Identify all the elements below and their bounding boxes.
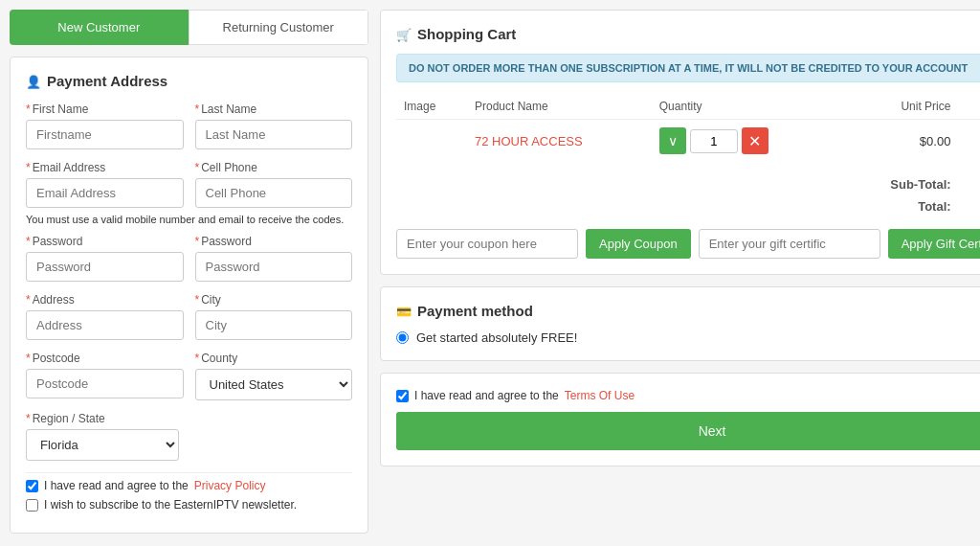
county-label: *County <box>195 352 353 365</box>
name-row: *First Name *Last Name <box>26 102 352 149</box>
email-label: *Email Address <box>26 161 184 174</box>
city-label: *City <box>195 293 353 307</box>
postcode-input[interactable] <box>26 369 184 398</box>
col-total: Total <box>958 94 980 120</box>
qty-control: ∨ ✕ <box>659 127 831 154</box>
col-product-name: Product Name <box>467 94 652 120</box>
password-row: *Password *Password <box>26 235 352 282</box>
cart-item-spacer <box>838 120 861 163</box>
coupon-row: Apply Coupon Apply Gift Certificate <box>396 229 980 259</box>
region-group: *Region / State Florida California New Y… <box>26 412 179 461</box>
region-select[interactable]: Florida California New York Texas <box>26 429 179 461</box>
apply-coupon-button[interactable]: Apply Coupon <box>586 229 691 259</box>
tab-new-customer[interactable]: New Customer <box>10 10 189 45</box>
total-row: Total: $0.00 <box>396 195 980 217</box>
tab-bar: New Customer Returning Customer <box>10 10 368 45</box>
cell-phone-input[interactable] <box>195 178 353 208</box>
first-name-label: *First Name <box>26 102 184 116</box>
free-option-row: Get started absolutely FREE! <box>396 330 980 345</box>
cart-item-total: $0.00 <box>958 120 980 163</box>
privacy-policy-link[interactable]: Privacy Policy <box>194 479 266 492</box>
col-unit-price: Unit Price <box>861 94 959 120</box>
next-button[interactable]: Next <box>396 412 980 450</box>
right-panel: Shopping Cart DO NOT ORDER MORE THAN ONE… <box>380 10 980 534</box>
county-select[interactable]: United States United Kingdom Canada <box>195 369 353 400</box>
address-group: *Address <box>26 293 184 340</box>
table-row: 72 HOUR ACCESS ∨ ✕ $0.00 $0.00 <box>396 120 980 163</box>
privacy-policy-row: I have read and agree to the Privacy Pol… <box>26 479 352 492</box>
newsletter-text: I wish to subscribe to the EasternIPTV n… <box>44 498 297 512</box>
password-group: *Password <box>26 235 184 282</box>
qty-decrease-button[interactable]: ∨ <box>659 127 686 154</box>
first-name-group: *First Name <box>26 102 184 149</box>
privacy-policy-checkbox[interactable] <box>26 480 38 492</box>
confirm-password-input[interactable] <box>195 252 353 282</box>
terms-link[interactable]: Terms Of Use <box>565 389 635 402</box>
qty-increase-button[interactable]: ✕ <box>742 127 768 154</box>
free-option-label: Get started absolutely FREE! <box>416 330 577 345</box>
region-label: *Region / State <box>26 412 179 425</box>
gift-input[interactable] <box>699 229 880 259</box>
payment-address-title: Payment Address <box>26 73 352 89</box>
privacy-policy-text: I have read and agree to the <box>44 479 189 492</box>
cart-table: Image Product Name Quantity Unit Price T… <box>396 94 980 162</box>
alert-banner: DO NOT ORDER MORE THAN ONE SUBSCRIPTION … <box>396 54 980 82</box>
cell-phone-group: *Cell Phone <box>195 161 353 208</box>
subtotal-row: Sub-Total: $0.00 <box>396 173 980 195</box>
cart-item-image <box>396 120 467 163</box>
email-input[interactable] <box>26 178 184 208</box>
terms-text: I have read and agree to the <box>414 389 559 402</box>
user-icon <box>26 73 41 89</box>
col-spacer <box>838 94 861 120</box>
password-label: *Password <box>26 235 184 248</box>
payment-method-card: Payment method Get started absolutely FR… <box>380 286 980 361</box>
confirm-password-group: *Password <box>195 235 353 282</box>
total-label: Total: <box>918 199 950 214</box>
county-group: *County United States United Kingdom Can… <box>195 352 353 400</box>
tab-returning-customer[interactable]: Returning Customer <box>189 10 369 45</box>
left-panel: New Customer Returning Customer Payment … <box>10 10 368 534</box>
city-group: *City <box>195 293 353 340</box>
last-name-label: *Last Name <box>195 102 353 116</box>
last-name-group: *Last Name <box>195 102 353 149</box>
cart-item-qty: ∨ ✕ <box>652 120 838 163</box>
payment-method-title: Payment method <box>396 303 980 319</box>
free-option-radio[interactable] <box>396 331 409 344</box>
subtotal-label: Sub-Total: <box>890 177 950 192</box>
coupon-input[interactable] <box>396 229 578 259</box>
col-quantity: Quantity <box>652 94 838 120</box>
apply-gift-button[interactable]: Apply Gift Certificate <box>888 229 980 259</box>
newsletter-row: I wish to subscribe to the EasternIPTV n… <box>26 498 352 512</box>
helper-text: You must use a valid mobile number and e… <box>26 214 352 225</box>
terms-checkbox[interactable] <box>396 390 409 402</box>
address-label: *Address <box>26 293 184 307</box>
postcode-county-row: *Postcode *County United States United K… <box>26 352 352 400</box>
address-city-row: *Address *City <box>26 293 352 340</box>
qty-input[interactable] <box>690 129 738 153</box>
card-icon <box>396 303 412 319</box>
address-input[interactable] <box>26 310 184 340</box>
postcode-group: *Postcode <box>26 352 184 400</box>
terms-card: I have read and agree to the Terms Of Us… <box>380 373 980 466</box>
email-group: *Email Address <box>26 161 184 208</box>
password-input[interactable] <box>26 252 184 282</box>
newsletter-checkbox[interactable] <box>26 499 38 512</box>
last-name-input[interactable] <box>195 120 353 149</box>
shopping-cart-title: Shopping Cart <box>396 26 980 42</box>
cell-phone-label: *Cell Phone <box>195 161 353 174</box>
city-input[interactable] <box>195 310 353 340</box>
confirm-password-label: *Password <box>195 235 353 248</box>
postcode-label: *Postcode <box>26 352 184 365</box>
payment-address-box: Payment Address *First Name *Last Name <box>10 57 368 534</box>
cart-item-name: 72 HOUR ACCESS <box>467 120 652 163</box>
region-row: *Region / State Florida California New Y… <box>26 412 352 461</box>
contact-row: *Email Address *Cell Phone <box>26 161 352 208</box>
divider <box>26 472 352 473</box>
shopping-cart-card: Shopping Cart DO NOT ORDER MORE THAN ONE… <box>380 10 980 275</box>
col-image: Image <box>396 94 467 120</box>
first-name-input[interactable] <box>26 120 184 149</box>
cart-item-unit-price: $0.00 <box>861 120 959 163</box>
cart-icon <box>396 26 412 42</box>
terms-row: I have read and agree to the Terms Of Us… <box>396 389 980 402</box>
